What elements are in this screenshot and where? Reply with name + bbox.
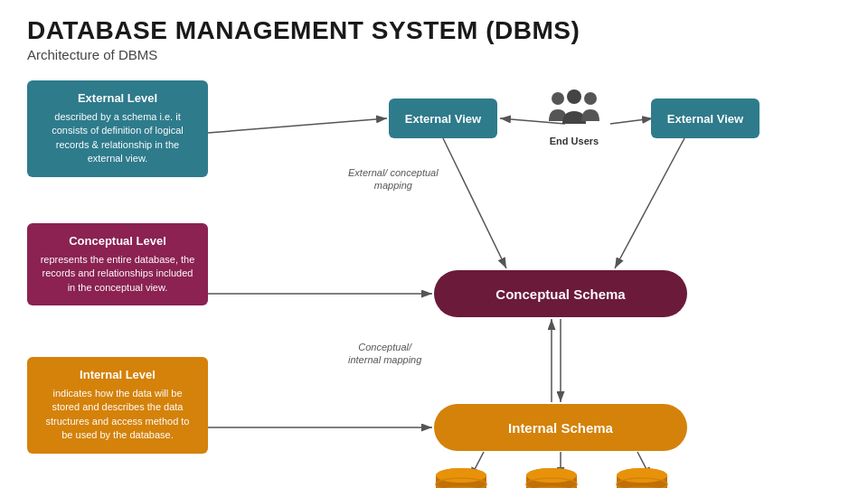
conceptual-level-title: Conceptual Level: [40, 234, 195, 248]
page-title: DATABASE MANAGEMENT SYSTEM (DBMS): [0, 0, 868, 47]
internal-schema-pill: Internal Schema: [434, 404, 687, 451]
external-level-desc: described by a schema i.e. it consists o…: [40, 110, 195, 166]
external-view-left-label: External View: [405, 112, 481, 126]
svg-line-6: [615, 138, 684, 268]
svg-point-15: [567, 89, 581, 104]
internal-level-title: Internal Level: [40, 368, 195, 381]
internal-level-box: Internal Level indicates how the data wi…: [27, 357, 208, 454]
external-level-title: External Level: [40, 91, 195, 105]
stored-database-cylinders: [416, 465, 687, 488]
conceptual-level-desc: represents the entire database, the reco…: [40, 253, 195, 295]
internal-level-desc: indicates how the data will be stored an…: [40, 387, 195, 443]
svg-line-8: [610, 118, 653, 124]
external-conceptual-mapping-label: External/ conceptualmapping: [348, 166, 439, 192]
external-level-box: External Level described by a schema i.e…: [27, 80, 208, 177]
diagram-area: External Level described by a schema i.e…: [0, 71, 868, 469]
end-users-label: End Users: [538, 136, 610, 146]
page-subtitle: Architecture of DBMS: [0, 47, 868, 71]
end-users-icon: [547, 89, 601, 130]
con-mapping-text: Conceptual/internal mapping: [348, 342, 421, 365]
svg-line-2: [208, 118, 387, 133]
conceptual-internal-mapping-label: Conceptual/internal mapping: [348, 341, 421, 367]
svg-line-5: [443, 138, 506, 268]
svg-point-16: [584, 92, 597, 105]
external-view-right: External View: [651, 99, 760, 138]
svg-point-14: [552, 92, 564, 105]
conceptual-level-box: Conceptual Level represents the entire d…: [27, 223, 208, 305]
ext-mapping-text: External/ conceptualmapping: [348, 167, 439, 191]
internal-schema-label: Internal Schema: [508, 420, 613, 436]
external-view-right-label: External View: [667, 112, 743, 126]
external-view-left: External View: [389, 99, 497, 138]
end-users-group: End Users: [538, 89, 610, 146]
conceptual-schema-pill: Conceptual Schema: [434, 270, 687, 317]
conceptual-schema-label: Conceptual Schema: [495, 286, 625, 302]
